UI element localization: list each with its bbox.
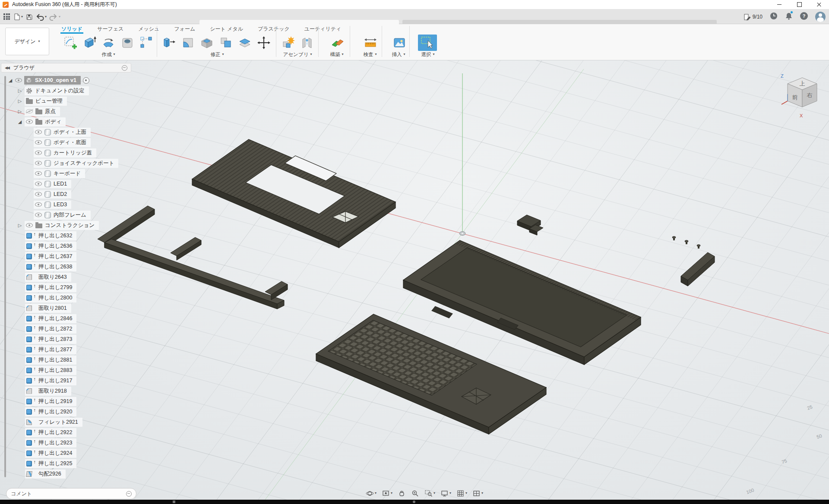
- visibility-eye-icon[interactable]: [35, 171, 42, 176]
- measure-button[interactable]: [362, 35, 379, 51]
- collapse-circle-icon[interactable]: [122, 65, 127, 71]
- user-avatar[interactable]: [815, 12, 826, 22]
- ribbon-tab-utility[interactable]: ユーティリティ: [304, 24, 342, 34]
- model-screws[interactable]: [672, 236, 700, 249]
- origin-marker[interactable]: [459, 232, 465, 236]
- free-edits-counter[interactable]: 9/10: [744, 13, 763, 21]
- fillet-button[interactable]: [179, 35, 196, 51]
- feature-row[interactable]: 押し出し2872: [6, 324, 161, 334]
- feature-row[interactable]: 押し出し2923: [6, 438, 161, 448]
- feature-row[interactable]: 押し出し2799: [6, 282, 161, 293]
- ribbon-tab-plastic[interactable]: プラスチック: [257, 24, 291, 34]
- chevron-down-icon[interactable]: ▾: [433, 491, 435, 495]
- undo-icon[interactable]: ▾: [35, 13, 47, 21]
- save-icon[interactable]: [25, 13, 33, 21]
- hole-button[interactable]: [119, 35, 136, 51]
- collapse-panel-icon[interactable]: ◀◀: [5, 66, 9, 70]
- ribbon-tab-sheetmetal[interactable]: シート メタル: [209, 24, 244, 34]
- app-grid-icon[interactable]: [3, 13, 10, 20]
- offset-plane-button[interactable]: [236, 35, 253, 51]
- ribbon-tab-surface[interactable]: サーフェス: [96, 24, 124, 34]
- expanded-triangle-icon[interactable]: ◢: [17, 119, 22, 125]
- feature-row[interactable]: 押し出し2881: [6, 355, 161, 365]
- visibility-eye-icon[interactable]: [35, 213, 42, 217]
- select-button[interactable]: [418, 35, 437, 51]
- ribbon-tab-form[interactable]: フォーム: [173, 24, 196, 34]
- group-label-modify[interactable]: 修正▾: [160, 51, 274, 58]
- combine-button[interactable]: [217, 35, 234, 51]
- feature-row[interactable]: 押し出し2632: [6, 230, 161, 241]
- feature-row[interactable]: 面取り2801: [6, 303, 161, 313]
- extrude-button[interactable]: [81, 35, 98, 51]
- feature-row[interactable]: 押し出し2922: [6, 427, 161, 438]
- orbit-icon[interactable]: ▾: [364, 488, 378, 499]
- feature-row[interactable]: 面取り2643: [6, 272, 161, 282]
- browser-body-row[interactable]: LED2: [6, 189, 161, 199]
- visibility-eye-icon[interactable]: [35, 161, 42, 165]
- press-pull-button[interactable]: [160, 35, 177, 51]
- browser-row-construction[interactable]: ▷ コンストラクション: [6, 220, 161, 230]
- help-icon[interactable]: ?: [800, 12, 808, 22]
- grid-display-icon[interactable]: ▾: [455, 488, 469, 499]
- feature-row[interactable]: 面取り2918: [6, 386, 161, 396]
- maximize-button[interactable]: [789, 0, 809, 9]
- comment-bar[interactable]: コメント: [6, 488, 136, 499]
- browser-body-row[interactable]: LED1: [6, 179, 161, 189]
- browser-body-row[interactable]: 内部フレーム: [6, 210, 161, 220]
- chevron-down-icon[interactable]: ▾: [449, 491, 451, 495]
- group-label-inspect[interactable]: 検査▾: [356, 51, 384, 58]
- feature-row[interactable]: 押し出し2636: [6, 241, 161, 251]
- visibility-eye-icon[interactable]: [35, 151, 42, 155]
- activate-component-radio[interactable]: [83, 77, 89, 84]
- collapsed-triangle-icon[interactable]: ▷: [17, 109, 22, 114]
- group-label-assemble[interactable]: アセンブリ▾: [278, 51, 317, 58]
- create-sketch-button[interactable]: [62, 35, 79, 51]
- feature-row[interactable]: 押し出し2638: [6, 261, 161, 272]
- browser-body-row[interactable]: ジョイスティックポート: [6, 158, 161, 168]
- notification-bell-icon[interactable]: [785, 12, 793, 22]
- feature-row[interactable]: 押し出し2873: [6, 334, 161, 344]
- group-label-select[interactable]: 選択▾: [414, 51, 442, 58]
- visibility-eye-icon[interactable]: [15, 78, 22, 82]
- expanded-triangle-icon[interactable]: ◢: [8, 78, 13, 83]
- visibility-eye-icon[interactable]: [35, 140, 42, 145]
- visibility-eye-icon[interactable]: [26, 120, 33, 124]
- chevron-down-icon[interactable]: ▾: [375, 491, 377, 495]
- ribbon-tab-solid[interactable]: ソリッド: [60, 24, 83, 34]
- feature-row[interactable]: 押し出し2846: [6, 313, 161, 324]
- minimize-button[interactable]: [769, 0, 789, 9]
- browser-row-document-settings[interactable]: ▷ ドキュメントの設定: [6, 85, 161, 96]
- insert-canvas-button[interactable]: [391, 35, 408, 51]
- move-button[interactable]: [255, 35, 272, 51]
- feature-row[interactable]: 押し出し2877: [6, 344, 161, 355]
- viewports-icon[interactable]: ▾: [471, 488, 485, 499]
- feature-row[interactable]: 押し出し2917: [6, 375, 161, 386]
- display-settings-icon[interactable]: ▾: [439, 488, 453, 499]
- new-component-button[interactable]: [279, 35, 297, 51]
- pattern-button[interactable]: [138, 35, 155, 51]
- visibility-eye-icon[interactable]: [35, 192, 42, 196]
- browser-row-bodies[interactable]: ◢ ボディ: [6, 117, 161, 127]
- browser-body-row[interactable]: カートリッジ蓋: [6, 148, 161, 158]
- shell-button[interactable]: [198, 35, 215, 51]
- redo-icon[interactable]: ▾: [49, 13, 60, 21]
- browser-row-view-management[interactable]: ▷ ビュー管理: [6, 96, 161, 106]
- visibility-eye-icon[interactable]: [35, 202, 42, 207]
- chevron-down-icon[interactable]: ▾: [45, 15, 47, 19]
- fit-to-window-icon[interactable]: ▾: [423, 488, 437, 499]
- group-label-create[interactable]: 作成▾: [62, 51, 155, 58]
- look-at-icon[interactable]: ▾: [380, 488, 394, 499]
- workspace-selector[interactable]: デザイン ▾: [5, 28, 49, 55]
- close-window-button[interactable]: [809, 0, 829, 9]
- group-label-insert[interactable]: 挿入▾: [385, 51, 412, 58]
- feature-row[interactable]: 押し出し2637: [6, 251, 161, 261]
- pan-icon[interactable]: [396, 488, 408, 499]
- construction-plane-button[interactable]: [329, 35, 346, 51]
- revolve-button[interactable]: [100, 35, 117, 51]
- browser-body-row[interactable]: LED3: [6, 199, 161, 210]
- group-label-construct[interactable]: 構築▾: [321, 51, 352, 58]
- visibility-eye-off-icon[interactable]: [26, 109, 33, 113]
- feature-row[interactable]: フィレット2921: [6, 417, 161, 427]
- chevron-down-icon[interactable]: ▾: [465, 491, 467, 495]
- new-file-icon[interactable]: ▾: [13, 13, 23, 21]
